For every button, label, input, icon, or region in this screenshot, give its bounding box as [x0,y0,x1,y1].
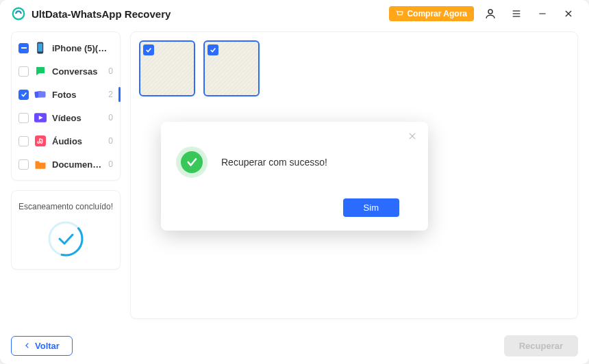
cart-icon [396,10,404,18]
scan-complete-icon [47,220,85,258]
thumb-checkbox-icon[interactable] [143,44,154,55]
close-icon [564,9,573,18]
chevron-left-icon [24,342,31,349]
svg-rect-9 [38,43,42,51]
sidebar-item-chats[interactable]: Conversas 0 [12,60,120,83]
menu-icon [511,8,522,19]
svg-rect-11 [38,92,46,98]
app-window: UltData-WhatsApp Recovery Comprar Agora [0,0,589,364]
photo-thumbnail[interactable] [203,40,260,96]
sidebar-item-label: Documentos [52,159,103,170]
footer: Voltar Recuperar [0,327,589,364]
sidebar-item-label: Fotos [52,90,103,100]
category-list: iPhone (5)(iP... Conversas 0 [11,31,121,181]
checkbox-icon[interactable] [18,43,29,53]
back-button[interactable]: Voltar [11,336,73,356]
svg-point-1 [488,10,492,14]
checkbox-icon[interactable] [18,136,29,146]
svg-rect-14 [35,135,46,146]
minimize-icon [538,9,547,18]
scan-status-box: Escaneamento concluído! [11,190,121,270]
close-icon [408,131,417,141]
video-icon [34,112,47,124]
buy-now-label: Comprar Agora [407,9,467,18]
dialog-message: Recuperar com sucesso! [221,157,327,168]
thumb-checkbox-icon[interactable] [208,44,218,55]
sidebar-item-label: Conversas [52,66,103,77]
svg-point-0 [13,8,25,20]
sidebar-item-audio[interactable]: Áudios 0 [12,129,120,153]
sidebar-item-label: iPhone (5)(iP... [52,43,108,53]
chat-icon [34,65,47,77]
account-button[interactable] [481,4,500,23]
dialog-ok-button[interactable]: Sim [343,198,399,217]
sidebar-item-label: Áudios [52,136,103,146]
sidebar-item-count: 0 [108,113,113,122]
checkbox-icon[interactable] [18,159,29,170]
minimize-button[interactable] [533,4,552,23]
sidebar-item-device[interactable]: iPhone (5)(iP... [12,36,120,60]
back-label: Voltar [35,341,60,351]
photo-thumbnail[interactable] [139,40,195,96]
success-icon [176,146,208,178]
sidebar-item-count: 0 [108,136,113,146]
scan-status-text: Escaneamento concluído! [17,202,114,211]
sidebar: iPhone (5)(iP... Conversas 0 [11,31,121,319]
sidebar-item-label: Vídeos [52,113,103,123]
sidebar-item-count: 0 [108,66,113,76]
app-logo: UltData-WhatsApp Recovery [11,6,171,21]
phone-icon [34,42,47,54]
sidebar-item-count: 0 [108,159,113,169]
titlebar: UltData-WhatsApp Recovery Comprar Agora [0,0,589,27]
logo-icon [11,6,26,21]
menu-button[interactable] [507,4,526,23]
folder-icon [34,158,47,170]
sidebar-item-videos[interactable]: Vídeos 0 [12,106,120,129]
svg-point-16 [47,220,85,258]
checkbox-icon[interactable] [18,113,29,123]
dialog-close-button[interactable] [405,129,420,144]
buy-now-button[interactable]: Comprar Agora [389,6,474,21]
audio-icon [34,135,47,147]
checkbox-icon[interactable] [18,66,29,77]
close-window-button[interactable] [559,4,578,23]
recover-button[interactable]: Recuperar [504,335,578,356]
success-dialog: Recuperar com sucesso! Sim [161,122,428,231]
sidebar-item-photos[interactable]: Fotos 2 [12,83,120,106]
app-title: UltData-WhatsApp Recovery [32,8,171,20]
photo-icon [34,88,47,101]
sidebar-item-documents[interactable]: Documentos 0 [12,153,120,176]
checkbox-icon[interactable] [18,90,29,100]
user-icon [484,8,497,20]
sidebar-item-count: 2 [108,90,113,99]
